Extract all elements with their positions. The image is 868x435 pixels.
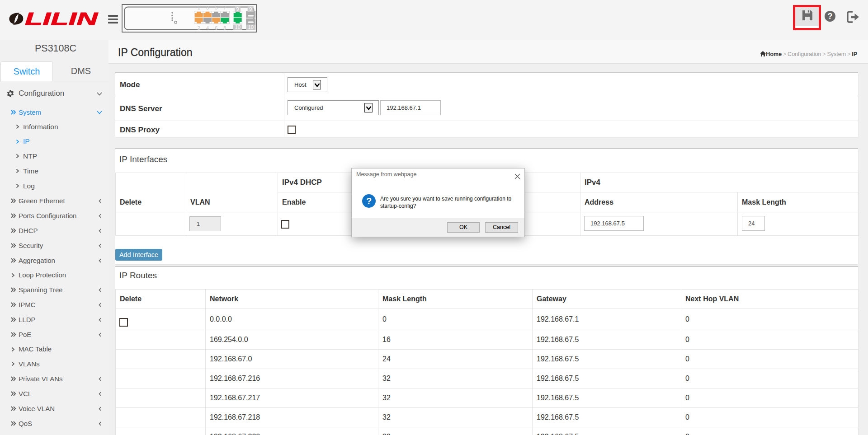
svg-text:9: 9 [249, 6, 252, 12]
svg-text:9: 9 [236, 6, 239, 12]
svg-text:8: 8 [223, 25, 226, 31]
svg-text:5: 5 [215, 5, 217, 10]
svg-text:10: 10 [235, 24, 241, 30]
svg-text:1: 1 [198, 5, 200, 10]
svg-text:10: 10 [248, 24, 254, 30]
svg-text:3: 3 [206, 5, 209, 10]
svg-text:7: 7 [223, 5, 226, 10]
svg-text:LILIN: LILIN [25, 12, 98, 27]
svg-text:4: 4 [206, 25, 209, 31]
svg-text:6: 6 [215, 25, 217, 31]
svg-text:2: 2 [198, 25, 200, 31]
